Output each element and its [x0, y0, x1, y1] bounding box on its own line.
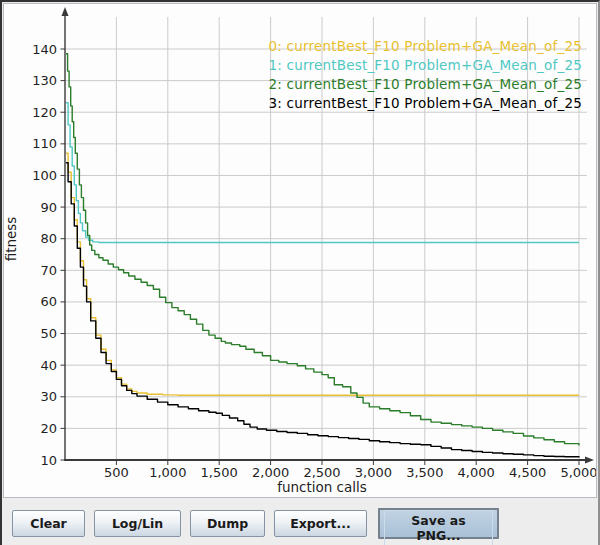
svg-text:100: 100 — [32, 168, 57, 183]
save-as-png-button[interactable]: Save as PNG... — [378, 508, 499, 539]
svg-text:110: 110 — [32, 136, 57, 151]
legend-item-series-3: 3: currentBest_F10 Problem+GA_Mean_of_25 — [269, 94, 582, 113]
svg-text:1,500: 1,500 — [201, 465, 238, 480]
svg-text:40: 40 — [40, 358, 57, 373]
svg-text:5,000: 5,000 — [560, 465, 596, 480]
legend-item-series-0: 0: currentBest_F10 Problem+GA_Mean_of_25 — [269, 37, 582, 56]
svg-text:2,000: 2,000 — [252, 465, 289, 480]
svg-text:90: 90 — [40, 200, 57, 215]
svg-text:3,500: 3,500 — [406, 465, 443, 480]
export-button[interactable]: Export... — [274, 510, 367, 537]
svg-text:30: 30 — [40, 389, 57, 404]
svg-text:2,500: 2,500 — [303, 465, 340, 480]
svg-text:80: 80 — [40, 231, 57, 246]
toolbar: Clear Log/Lin Dump Export... Save as PNG… — [2, 499, 600, 545]
legend-item-series-1: 1: currentBest_F10 Problem+GA_Mean_of_25 — [269, 56, 582, 75]
svg-text:130: 130 — [32, 73, 57, 88]
save-as-png-label: Save as PNG... — [384, 510, 493, 545]
svg-text:120: 120 — [32, 105, 57, 120]
plot-window: 5001,0001,5002,0002,5003,0003,5004,0004,… — [0, 0, 600, 545]
svg-text:1,000: 1,000 — [149, 465, 186, 480]
svg-text:4,000: 4,000 — [458, 465, 495, 480]
svg-text:140: 140 — [32, 42, 57, 57]
svg-text:function calls: function calls — [277, 479, 367, 495]
clear-button[interactable]: Clear — [12, 510, 85, 537]
svg-text:4,500: 4,500 — [509, 465, 546, 480]
legend-item-series-2: 2: currentBest_F10 Problem+GA_Mean_of_25 — [269, 75, 582, 94]
svg-text:fitness: fitness — [4, 217, 19, 262]
svg-text:20: 20 — [40, 421, 57, 436]
chart-panel: 5001,0001,5002,0002,5003,0003,5004,0004,… — [3, 3, 597, 498]
svg-text:60: 60 — [40, 294, 57, 309]
svg-text:500: 500 — [104, 465, 129, 480]
dump-button[interactable]: Dump — [190, 510, 265, 537]
log-lin-button[interactable]: Log/Lin — [94, 510, 181, 537]
svg-text:10: 10 — [40, 453, 57, 468]
chart-legend: 0: currentBest_F10 Problem+GA_Mean_of_25… — [269, 37, 582, 113]
svg-text:70: 70 — [40, 263, 57, 278]
svg-text:50: 50 — [40, 326, 57, 341]
svg-text:3,000: 3,000 — [355, 465, 392, 480]
